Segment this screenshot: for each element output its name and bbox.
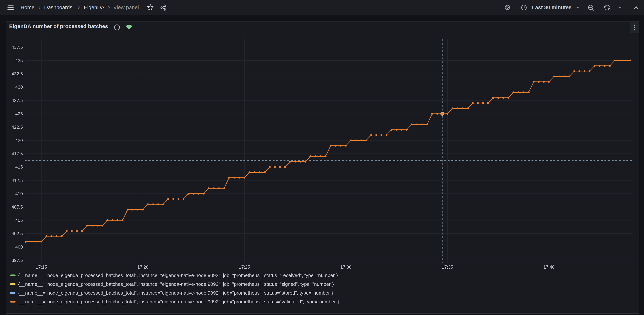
svg-text:435: 435 (15, 58, 23, 63)
svg-text:17:25: 17:25 (239, 264, 250, 270)
svg-text:{__name__="node_eigenda_proces: {__name__="node_eigenda_processed_batche… (18, 272, 338, 278)
svg-text:17:35: 17:35 (442, 264, 453, 270)
svg-text:425: 425 (15, 111, 23, 116)
svg-text:402.5: 402.5 (12, 231, 23, 236)
svg-text:397.5: 397.5 (12, 258, 23, 263)
svg-text:{__name__="node_eigenda_proces: {__name__="node_eigenda_processed_batche… (18, 290, 333, 296)
svg-text:405: 405 (15, 218, 23, 223)
svg-text:{__name__="node_eigenda_proces: {__name__="node_eigenda_processed_batche… (18, 299, 339, 304)
svg-text:17:20: 17:20 (137, 264, 148, 270)
svg-text:400: 400 (15, 244, 23, 250)
svg-text:17:30: 17:30 (340, 264, 352, 270)
svg-text:417.5: 417.5 (12, 151, 23, 156)
svg-text:420: 420 (15, 138, 23, 143)
svg-text:{__name__="node_eigenda_proces: {__name__="node_eigenda_processed_batche… (18, 281, 334, 287)
svg-text:410: 410 (15, 191, 23, 196)
svg-text:432.5: 432.5 (12, 71, 23, 76)
svg-text:422.5: 422.5 (12, 124, 23, 130)
svg-text:407.5: 407.5 (12, 204, 23, 210)
svg-text:427.5: 427.5 (12, 98, 23, 103)
svg-text:415: 415 (15, 164, 23, 170)
svg-text:17:15: 17:15 (36, 264, 47, 270)
svg-text:17:40: 17:40 (544, 264, 554, 270)
svg-text:412.5: 412.5 (12, 178, 23, 183)
svg-text:430: 430 (15, 84, 23, 90)
svg-text:437.5: 437.5 (12, 45, 23, 50)
